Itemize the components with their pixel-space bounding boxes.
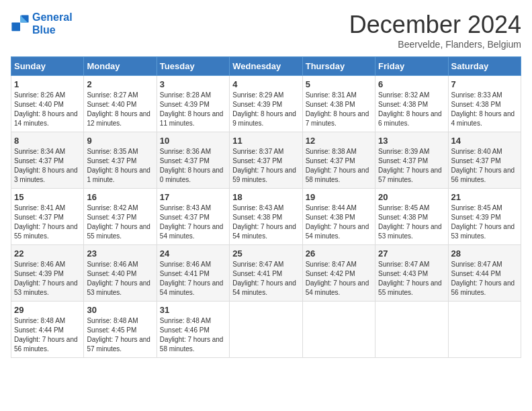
sunrise-text: Sunrise: 8:48 AM	[87, 317, 138, 324]
calendar-cell: 21 Sunrise: 8:45 AM Sunset: 4:39 PM Dayl…	[448, 189, 521, 245]
day-number: 2	[87, 79, 153, 89]
calendar-cell: 8 Sunrise: 8:34 AM Sunset: 4:37 PM Dayli…	[11, 132, 84, 189]
day-info: Sunrise: 8:40 AM Sunset: 4:37 PM Dayligh…	[451, 147, 518, 185]
daylight-text: Daylight: 7 hours and 54 minutes.	[306, 279, 369, 296]
day-info: Sunrise: 8:48 AM Sunset: 4:46 PM Dayligh…	[160, 316, 226, 354]
sunrise-text: Sunrise: 8:26 AM	[14, 91, 65, 99]
sunset-text: Sunset: 4:41 PM	[160, 270, 210, 277]
sunrise-text: Sunrise: 8:40 AM	[451, 148, 502, 155]
header-saturday: Saturday	[448, 57, 521, 76]
calendar-cell: 24 Sunrise: 8:46 AM Sunset: 4:41 PM Dayl…	[157, 245, 229, 302]
daylight-text: Daylight: 8 hours and 4 minutes.	[451, 110, 515, 127]
sunset-text: Sunset: 4:46 PM	[160, 326, 210, 334]
sunset-text: Sunset: 4:37 PM	[306, 157, 355, 165]
sunrise-text: Sunrise: 8:45 AM	[378, 204, 429, 212]
sunset-text: Sunset: 4:39 PM	[14, 270, 64, 277]
day-info: Sunrise: 8:46 AM Sunset: 4:39 PM Dayligh…	[14, 260, 81, 298]
sunset-text: Sunset: 4:38 PM	[451, 101, 501, 108]
logo-icon	[11, 14, 30, 33]
day-info: Sunrise: 8:47 AM Sunset: 4:44 PM Dayligh…	[451, 260, 518, 298]
calendar-cell: 3 Sunrise: 8:28 AM Sunset: 4:39 PM Dayli…	[157, 76, 229, 132]
daylight-text: Daylight: 7 hours and 53 minutes.	[378, 223, 442, 240]
day-info: Sunrise: 8:32 AM Sunset: 4:38 PM Dayligh…	[378, 91, 445, 128]
day-number: 25	[232, 248, 299, 259]
sunrise-text: Sunrise: 8:28 AM	[160, 91, 211, 99]
sunrise-text: Sunrise: 8:34 AM	[14, 148, 65, 155]
calendar-cell: 4 Sunrise: 8:29 AM Sunset: 4:39 PM Dayli…	[230, 76, 302, 132]
title-area: December 2024 Beervelde, Flanders, Belgi…	[349, 11, 521, 50]
sunrise-text: Sunrise: 8:46 AM	[14, 261, 65, 268]
sunrise-text: Sunrise: 8:38 AM	[306, 148, 357, 155]
sunrise-text: Sunrise: 8:31 AM	[306, 91, 357, 99]
day-number: 5	[306, 79, 372, 89]
sunrise-text: Sunrise: 8:44 AM	[306, 204, 357, 212]
location-subtitle: Beervelde, Flanders, Belgium	[349, 39, 521, 50]
day-number: 27	[378, 248, 445, 259]
day-info: Sunrise: 8:48 AM Sunset: 4:45 PM Dayligh…	[87, 316, 153, 354]
daylight-text: Daylight: 7 hours and 53 minutes.	[87, 279, 150, 296]
calendar-cell: 6 Sunrise: 8:32 AM Sunset: 4:38 PM Dayli…	[375, 76, 448, 132]
daylight-text: Daylight: 8 hours and 12 minutes.	[87, 110, 150, 127]
sunset-text: Sunset: 4:38 PM	[306, 101, 355, 108]
day-info: Sunrise: 8:29 AM Sunset: 4:39 PM Dayligh…	[232, 91, 299, 128]
sunrise-text: Sunrise: 8:47 AM	[232, 261, 283, 268]
sunrise-text: Sunrise: 8:29 AM	[232, 91, 283, 99]
day-number: 6	[378, 79, 445, 89]
sunrise-text: Sunrise: 8:45 AM	[451, 204, 502, 212]
calendar-cell	[448, 302, 521, 358]
daylight-text: Daylight: 8 hours and 3 minutes.	[14, 167, 78, 183]
daylight-text: Daylight: 7 hours and 53 minutes.	[14, 279, 78, 296]
day-info: Sunrise: 8:34 AM Sunset: 4:37 PM Dayligh…	[14, 147, 81, 185]
calendar-cell: 14 Sunrise: 8:40 AM Sunset: 4:37 PM Dayl…	[448, 132, 521, 189]
sunset-text: Sunset: 4:44 PM	[451, 270, 501, 277]
day-number: 13	[378, 136, 445, 146]
logo-text: General Blue	[32, 11, 73, 36]
day-number: 28	[451, 248, 518, 259]
calendar-cell: 11 Sunrise: 8:37 AM Sunset: 4:37 PM Dayl…	[230, 132, 302, 189]
day-number: 21	[451, 192, 518, 202]
sunset-text: Sunset: 4:39 PM	[451, 214, 501, 221]
daylight-text: Daylight: 7 hours and 54 minutes.	[160, 223, 224, 240]
calendar-cell: 16 Sunrise: 8:42 AM Sunset: 4:37 PM Dayl…	[84, 189, 157, 245]
calendar-table: Sunday Monday Tuesday Wednesday Thursday…	[11, 56, 521, 358]
calendar-cell: 26 Sunrise: 8:47 AM Sunset: 4:42 PM Dayl…	[302, 245, 375, 302]
calendar-cell: 2 Sunrise: 8:27 AM Sunset: 4:40 PM Dayli…	[84, 76, 157, 132]
calendar-cell: 25 Sunrise: 8:47 AM Sunset: 4:41 PM Dayl…	[230, 245, 302, 302]
sunset-text: Sunset: 4:37 PM	[232, 157, 282, 165]
calendar-cell: 28 Sunrise: 8:47 AM Sunset: 4:44 PM Dayl…	[448, 245, 521, 302]
day-number: 29	[14, 305, 81, 315]
calendar-cell: 18 Sunrise: 8:43 AM Sunset: 4:38 PM Dayl…	[230, 189, 302, 245]
header-wednesday: Wednesday	[230, 57, 302, 76]
sunset-text: Sunset: 4:38 PM	[378, 214, 428, 221]
daylight-text: Daylight: 8 hours and 11 minutes.	[160, 110, 224, 127]
sunset-text: Sunset: 4:37 PM	[160, 214, 210, 221]
header-friday: Friday	[375, 57, 448, 76]
day-number: 30	[87, 305, 153, 315]
daylight-text: Daylight: 7 hours and 58 minutes.	[160, 336, 224, 353]
sunset-text: Sunset: 4:37 PM	[87, 157, 136, 165]
daylight-text: Daylight: 7 hours and 54 minutes.	[160, 279, 224, 296]
day-info: Sunrise: 8:45 AM Sunset: 4:38 PM Dayligh…	[378, 203, 445, 241]
calendar-cell: 7 Sunrise: 8:33 AM Sunset: 4:38 PM Dayli…	[448, 76, 521, 132]
sunrise-text: Sunrise: 8:32 AM	[378, 91, 429, 99]
daylight-text: Daylight: 8 hours and 9 minutes.	[232, 110, 296, 127]
sunset-text: Sunset: 4:37 PM	[87, 214, 136, 221]
calendar-row: 1 Sunrise: 8:26 AM Sunset: 4:40 PM Dayli…	[11, 76, 521, 132]
calendar-cell: 17 Sunrise: 8:43 AM Sunset: 4:37 PM Dayl…	[157, 189, 229, 245]
day-info: Sunrise: 8:42 AM Sunset: 4:37 PM Dayligh…	[87, 203, 153, 241]
day-number: 11	[232, 136, 299, 146]
day-info: Sunrise: 8:45 AM Sunset: 4:39 PM Dayligh…	[451, 203, 518, 241]
calendar-cell: 5 Sunrise: 8:31 AM Sunset: 4:38 PM Dayli…	[302, 76, 375, 132]
header-monday: Monday	[84, 57, 157, 76]
sunset-text: Sunset: 4:45 PM	[87, 326, 136, 334]
sunrise-text: Sunrise: 8:43 AM	[160, 204, 211, 212]
calendar-cell: 23 Sunrise: 8:46 AM Sunset: 4:40 PM Dayl…	[84, 245, 157, 302]
calendar-cell: 19 Sunrise: 8:44 AM Sunset: 4:38 PM Dayl…	[302, 189, 375, 245]
calendar-cell	[230, 302, 302, 358]
daylight-text: Daylight: 7 hours and 55 minutes.	[378, 279, 442, 296]
calendar-row: 22 Sunrise: 8:46 AM Sunset: 4:39 PM Dayl…	[11, 245, 521, 302]
day-number: 15	[14, 192, 81, 202]
day-info: Sunrise: 8:47 AM Sunset: 4:43 PM Dayligh…	[378, 260, 445, 298]
day-info: Sunrise: 8:37 AM Sunset: 4:37 PM Dayligh…	[232, 147, 299, 185]
sunset-text: Sunset: 4:37 PM	[451, 157, 501, 165]
